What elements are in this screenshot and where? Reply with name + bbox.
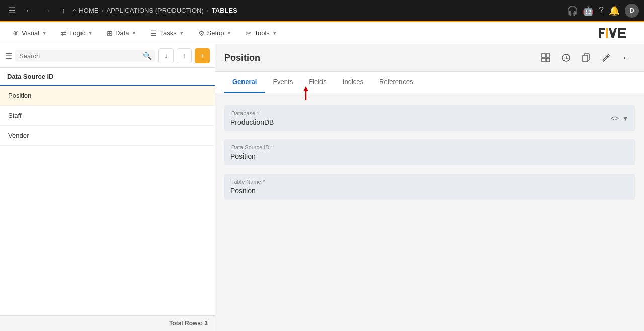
database-input-wrapper: Database * ProductionDB <> ▼ <box>224 105 635 131</box>
tools-dropdown-icon: ▼ <box>272 30 277 36</box>
red-arrow-annotation <box>302 86 314 104</box>
data-dropdown-icon: ▼ <box>132 30 137 36</box>
top-navigation-bar: ☰ ← → ↑ ⌂ HOME › APPLICATIONS (PRODUCTIO… <box>0 0 644 22</box>
svg-rect-12 <box>583 55 588 62</box>
dropdown-icon[interactable]: ▼ <box>622 114 629 122</box>
tablename-input-wrapper: Table Name * Position <box>224 174 635 200</box>
grid-icon <box>541 53 550 62</box>
add-button[interactable]: + <box>195 48 210 63</box>
robot-icon[interactable]: 🤖 <box>583 5 594 16</box>
database-field: Database * ProductionDB <> ▼ <box>224 105 635 131</box>
svg-rect-5 <box>546 54 550 57</box>
grid-view-button[interactable] <box>537 49 554 66</box>
breadcrumb-sep-1: › <box>101 7 103 14</box>
breadcrumb: ⌂ HOME › APPLICATIONS (PRODUCTION) › TAB… <box>72 7 562 15</box>
tablename-field: Table Name * Position <box>224 174 635 200</box>
svg-marker-2 <box>609 28 617 38</box>
tab-general[interactable]: General <box>224 72 265 93</box>
setup-dropdown-icon: ▼ <box>227 30 232 36</box>
nav-setup[interactable]: ⚙ Setup ▼ <box>192 26 238 40</box>
edit-icon <box>602 53 611 62</box>
search-icon: 🔍 <box>143 52 151 60</box>
tools-icon: ✂ <box>246 29 252 37</box>
up-button[interactable]: ↑ <box>58 4 68 17</box>
five-logo <box>598 26 638 40</box>
tasks-dropdown-icon: ▼ <box>179 30 184 36</box>
sidebar-toolbar: ☰ 🔍 ↓ ↑ + <box>0 44 215 68</box>
datasource-label: Data Source ID * <box>230 144 629 150</box>
nav-data[interactable]: ⊞ Data ▼ <box>101 26 142 40</box>
tab-indices[interactable]: Indices <box>335 72 371 93</box>
svg-marker-14 <box>303 86 308 91</box>
tab-events[interactable]: Events <box>265 72 301 93</box>
sidebar: ☰ 🔍 ↓ ↑ + Data Source ID Position Staff … <box>0 44 215 331</box>
back-close-button[interactable]: ← <box>618 49 635 66</box>
copy-button[interactable] <box>578 49 595 66</box>
breadcrumb-home[interactable]: ⌂ HOME <box>72 7 98 15</box>
filter-icon[interactable]: ☰ <box>5 51 12 61</box>
upload-button[interactable]: ↑ <box>177 48 192 63</box>
datasource-field: Data Source ID * Position <box>224 139 635 166</box>
nav-logic[interactable]: ⇄ Logic ▼ <box>55 26 99 40</box>
svg-rect-7 <box>546 58 550 62</box>
sidebar-item-vendor[interactable]: Vendor <box>0 126 215 146</box>
logic-dropdown-icon: ▼ <box>88 30 93 36</box>
nav-tools[interactable]: ✂ Tools ▼ <box>239 26 283 40</box>
sidebar-item-staff[interactable]: Staff <box>0 106 215 126</box>
tablename-value: Position <box>230 187 629 195</box>
svg-marker-0 <box>599 28 605 38</box>
main-layout: ☰ 🔍 ↓ ↑ + Data Source ID Position Staff … <box>0 44 644 331</box>
nav-tasks[interactable]: ☰ Tasks ▼ <box>144 26 190 40</box>
download-button[interactable]: ↓ <box>158 48 174 63</box>
breadcrumb-applications[interactable]: APPLICATIONS (PRODUCTION) <box>106 7 203 14</box>
copy-icon <box>582 53 591 62</box>
sidebar-footer: Total Rows: 3 <box>0 315 215 331</box>
setup-icon: ⚙ <box>198 29 205 37</box>
breadcrumb-sep-2: › <box>207 7 209 14</box>
svg-rect-4 <box>542 54 545 57</box>
back-arrow-icon: ← <box>622 53 631 63</box>
content-header: Position <box>215 44 644 72</box>
help-icon[interactable]: ? <box>599 5 604 16</box>
five-logo-svg <box>598 26 638 40</box>
database-value: ProductionDB <box>230 118 611 126</box>
history-button[interactable] <box>557 49 575 66</box>
nav-visual[interactable]: 👁 Visual ▼ <box>6 26 53 40</box>
tablename-label: Table Name * <box>230 179 629 185</box>
forward-button[interactable]: → <box>40 4 54 17</box>
headset-icon[interactable]: 🎧 <box>567 5 578 16</box>
back-button[interactable]: ← <box>22 4 36 17</box>
edit-button[interactable] <box>598 49 615 66</box>
sidebar-item-position[interactable]: Position <box>0 86 215 106</box>
main-content: Position <box>215 44 644 331</box>
logic-icon: ⇄ <box>61 29 67 37</box>
code-icon[interactable]: <> <box>611 114 619 122</box>
page-title: Position <box>224 53 260 63</box>
content-actions: ← <box>537 49 635 66</box>
visual-icon: 👁 <box>12 29 19 37</box>
sidebar-header: Data Source ID <box>0 68 215 86</box>
user-avatar[interactable]: D <box>625 4 639 18</box>
tasks-icon: ☰ <box>150 29 157 37</box>
tabs-area: General Events Fields Indices References <box>215 72 644 93</box>
database-label: Database * <box>230 110 611 116</box>
notification-icon[interactable]: 🔔 <box>609 5 620 16</box>
tab-references[interactable]: References <box>371 72 421 93</box>
form-content: Database * ProductionDB <> ▼ Data Source… <box>215 93 644 331</box>
menu-icon[interactable]: ☰ <box>5 4 18 17</box>
search-box: 🔍 <box>15 50 155 62</box>
breadcrumb-tables[interactable]: TABLES <box>212 7 237 14</box>
search-input[interactable] <box>19 52 140 60</box>
datasource-value: Position <box>230 152 629 160</box>
history-icon <box>561 53 571 62</box>
svg-rect-1 <box>606 28 608 38</box>
top-bar-right-actions: 🎧 🤖 ? 🔔 D <box>567 4 639 18</box>
database-field-icons: <> ▼ <box>611 114 629 122</box>
sidebar-list: Position Staff Vendor <box>0 86 215 315</box>
tab-bar: General Events Fields Indices References <box>215 72 644 93</box>
data-icon: ⊞ <box>107 29 113 37</box>
visual-dropdown-icon: ▼ <box>42 30 47 36</box>
svg-marker-3 <box>618 28 626 38</box>
svg-rect-6 <box>542 58 545 62</box>
secondary-navigation: 👁 Visual ▼ ⇄ Logic ▼ ⊞ Data ▼ ☰ Tasks ▼ … <box>0 22 644 44</box>
